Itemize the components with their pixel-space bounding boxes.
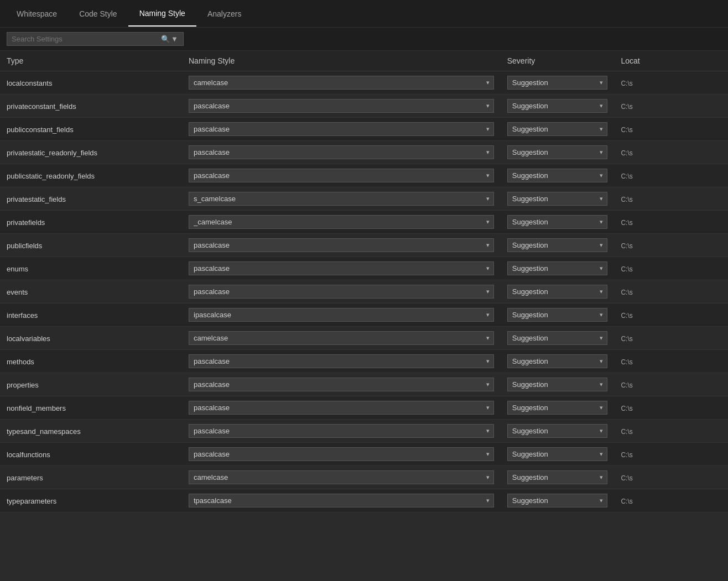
severity-select[interactable]: SuggestionWarningErrorSilentNone: [507, 494, 608, 507]
severity-select[interactable]: SuggestionWarningErrorSilentNone: [507, 215, 608, 229]
table-row: localfunctionscamelcasepascalcases_camel…: [0, 443, 728, 466]
severity-select[interactable]: SuggestionWarningErrorSilentNone: [507, 192, 608, 206]
tab-analyzers[interactable]: Analyzers: [196, 2, 252, 26]
naming-style-select[interactable]: camelcasepascalcases_camelcase_camelcase…: [189, 308, 494, 322]
cell-type: publicfields: [0, 234, 182, 257]
table-row: typesand_namespacescamelcasepascalcases_…: [0, 420, 728, 443]
col-header-naming: Naming Style: [182, 51, 501, 71]
naming-style-select[interactable]: camelcasepascalcases_camelcase_camelcase…: [189, 99, 494, 113]
table-row: propertiescamelcasepascalcases_camelcase…: [0, 373, 728, 396]
location-value: C:\s: [621, 335, 632, 343]
cell-naming-style: camelcasepascalcases_camelcase_camelcase…: [182, 164, 501, 187]
naming-style-select-wrapper: camelcasepascalcases_camelcase_camelcase…: [189, 76, 494, 90]
naming-style-select[interactable]: camelcasepascalcases_camelcase_camelcase…: [189, 424, 494, 438]
cell-naming-style: camelcasepascalcases_camelcase_camelcase…: [182, 280, 501, 303]
table-row: parameterscamelcasepascalcases_camelcase…: [0, 466, 728, 489]
severity-select[interactable]: SuggestionWarningErrorSilentNone: [507, 99, 608, 113]
severity-select[interactable]: SuggestionWarningErrorSilentNone: [507, 447, 608, 461]
severity-select[interactable]: SuggestionWarningErrorSilentNone: [507, 238, 608, 252]
cell-naming-style: camelcasepascalcases_camelcase_camelcase…: [182, 373, 501, 396]
type-label: localconstants: [7, 79, 52, 87]
severity-select[interactable]: SuggestionWarningErrorSilentNone: [507, 331, 608, 345]
type-label: methods: [7, 358, 34, 366]
naming-style-select[interactable]: camelcasepascalcases_camelcase_camelcase…: [189, 494, 494, 507]
naming-style-select[interactable]: camelcasepascalcases_camelcase_camelcase…: [189, 378, 494, 391]
naming-style-select-wrapper: camelcasepascalcases_camelcase_camelcase…: [189, 470, 494, 484]
severity-select[interactable]: SuggestionWarningErrorSilentNone: [507, 285, 608, 299]
naming-style-select[interactable]: camelcasepascalcases_camelcase_camelcase…: [189, 76, 494, 90]
naming-style-select[interactable]: camelcasepascalcases_camelcase_camelcase…: [189, 285, 494, 299]
naming-style-select[interactable]: camelcasepascalcases_camelcase_camelcase…: [189, 122, 494, 136]
location-value: C:\s: [621, 451, 632, 459]
location-value: C:\s: [621, 474, 632, 482]
tab-naming-style[interactable]: Naming Style: [128, 1, 196, 27]
table-row: typeparameterscamelcasepascalcases_camel…: [0, 489, 728, 512]
severity-select[interactable]: SuggestionWarningErrorSilentNone: [507, 169, 608, 182]
cell-naming-style: camelcasepascalcases_camelcase_camelcase…: [182, 396, 501, 420]
naming-style-select[interactable]: camelcasepascalcases_camelcase_camelcase…: [189, 192, 494, 206]
type-label: publicstatic_readonly_fields: [7, 172, 95, 180]
severity-select[interactable]: SuggestionWarningErrorSilentNone: [507, 308, 608, 322]
cell-severity: SuggestionWarningErrorSilentNone: [501, 396, 615, 420]
severity-select-wrapper: SuggestionWarningErrorSilentNone: [507, 192, 608, 206]
cell-naming-style: camelcasepascalcases_camelcase_camelcase…: [182, 466, 501, 489]
cell-location: C:\s: [614, 187, 728, 211]
cell-naming-style: camelcasepascalcases_camelcase_camelcase…: [182, 118, 501, 141]
location-value: C:\s: [621, 405, 632, 412]
naming-style-select-wrapper: camelcasepascalcases_camelcase_camelcase…: [189, 192, 494, 206]
cell-location: C:\s: [614, 211, 728, 234]
cell-severity: SuggestionWarningErrorSilentNone: [501, 211, 615, 234]
table-row: localvariablescamelcasepascalcases_camel…: [0, 327, 728, 350]
naming-style-select[interactable]: camelcasepascalcases_camelcase_camelcase…: [189, 470, 494, 484]
table-row: nonfield_memberscamelcasepascalcases_cam…: [0, 396, 728, 420]
naming-style-select[interactable]: camelcasepascalcases_camelcase_camelcase…: [189, 331, 494, 345]
cell-type: privateconstant_fields: [0, 95, 182, 118]
severity-select[interactable]: SuggestionWarningErrorSilentNone: [507, 401, 608, 415]
severity-select[interactable]: SuggestionWarningErrorSilentNone: [507, 122, 608, 136]
table-row: enumscamelcasepascalcases_camelcase_came…: [0, 257, 728, 280]
naming-style-select[interactable]: camelcasepascalcases_camelcase_camelcase…: [189, 145, 494, 159]
search-button[interactable]: 🔍 ▼: [161, 35, 178, 43]
cell-type: localfunctions: [0, 443, 182, 466]
cell-severity: SuggestionWarningErrorSilentNone: [501, 303, 615, 327]
naming-style-select[interactable]: camelcasepascalcases_camelcase_camelcase…: [189, 401, 494, 415]
severity-select[interactable]: SuggestionWarningErrorSilentNone: [507, 354, 608, 368]
naming-style-select[interactable]: camelcasepascalcases_camelcase_camelcase…: [189, 354, 494, 368]
severity-select[interactable]: SuggestionWarningErrorSilentNone: [507, 470, 608, 484]
severity-select-wrapper: SuggestionWarningErrorSilentNone: [507, 215, 608, 229]
severity-select-wrapper: SuggestionWarningErrorSilentNone: [507, 99, 608, 113]
search-input[interactable]: [12, 35, 161, 43]
severity-select[interactable]: SuggestionWarningErrorSilentNone: [507, 261, 608, 275]
naming-style-select[interactable]: camelcasepascalcases_camelcase_camelcase…: [189, 261, 494, 275]
naming-style-select[interactable]: camelcasepascalcases_camelcase_camelcase…: [189, 447, 494, 461]
search-dropdown-arrow[interactable]: ▼: [171, 35, 178, 43]
cell-severity: SuggestionWarningErrorSilentNone: [501, 489, 615, 512]
cell-location: C:\s: [614, 141, 728, 164]
cell-location: C:\s: [614, 303, 728, 327]
severity-select[interactable]: SuggestionWarningErrorSilentNone: [507, 145, 608, 159]
cell-naming-style: camelcasepascalcases_camelcase_camelcase…: [182, 350, 501, 373]
naming-style-select[interactable]: camelcasepascalcases_camelcase_camelcase…: [189, 169, 494, 182]
cell-naming-style: camelcasepascalcases_camelcase_camelcase…: [182, 211, 501, 234]
severity-select-wrapper: SuggestionWarningErrorSilentNone: [507, 354, 608, 368]
cell-type: parameters: [0, 466, 182, 489]
cell-type: localvariables: [0, 327, 182, 350]
naming-style-select-wrapper: camelcasepascalcases_camelcase_camelcase…: [189, 145, 494, 159]
search-icon: 🔍: [161, 35, 170, 43]
location-value: C:\s: [621, 196, 632, 203]
naming-style-select[interactable]: camelcasepascalcases_camelcase_camelcase…: [189, 238, 494, 252]
tab-code-style[interactable]: Code Style: [68, 2, 128, 26]
cell-type: methods: [0, 350, 182, 373]
cell-location: C:\s: [614, 466, 728, 489]
cell-location: C:\s: [614, 396, 728, 420]
naming-style-select-wrapper: camelcasepascalcases_camelcase_camelcase…: [189, 424, 494, 438]
location-value: C:\s: [621, 242, 632, 250]
severity-select-wrapper: SuggestionWarningErrorSilentNone: [507, 261, 608, 275]
severity-select[interactable]: SuggestionWarningErrorSilentNone: [507, 378, 608, 391]
table-row: privatestatic_readonly_fieldscamelcasepa…: [0, 141, 728, 164]
table-row: publicstatic_readonly_fieldscamelcasepas…: [0, 164, 728, 187]
naming-style-select[interactable]: camelcasepascalcases_camelcase_camelcase…: [189, 215, 494, 229]
tab-whitespace[interactable]: Whitespace: [6, 2, 68, 26]
severity-select[interactable]: SuggestionWarningErrorSilentNone: [507, 424, 608, 438]
severity-select[interactable]: SuggestionWarningErrorSilentNone: [507, 76, 608, 90]
